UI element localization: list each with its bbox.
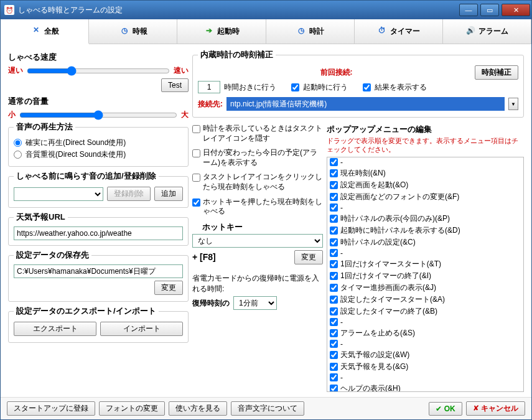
- playback-opt2-label: 音質重視(Direct Sound未使用): [26, 149, 126, 160]
- cancel-button[interactable]: ✘ キャンセル: [466, 401, 525, 416]
- popup-item-check[interactable]: [330, 226, 338, 235]
- tab-時計[interactable]: ◷時計: [266, 19, 355, 44]
- popup-item[interactable]: -: [327, 248, 523, 258]
- popup-item-check[interactable]: [330, 203, 338, 212]
- popup-item[interactable]: 天気予報の設定(&W): [327, 349, 523, 361]
- popup-item[interactable]: -: [327, 373, 523, 383]
- howto-button[interactable]: 使い方を見る: [169, 401, 227, 416]
- opt-show-today-check[interactable]: [192, 149, 200, 157]
- presound-delete-button[interactable]: 登録削除: [107, 187, 151, 201]
- minimize-button[interactable]: —: [459, 4, 478, 16]
- popup-item-check[interactable]: [330, 181, 338, 189]
- popup-item[interactable]: アラームを止める(&S): [327, 327, 523, 339]
- tab-時報[interactable]: ◷時報: [89, 19, 177, 44]
- popup-list[interactable]: -現在時刻(&N)設定画面を起動(&O)設定画面などのフォントの変更(&F)-時…: [327, 157, 524, 392]
- popup-item[interactable]: 1回だけタイマーの終了(&I): [327, 270, 523, 282]
- tab-全般[interactable]: ✕全般: [1, 19, 89, 44]
- hotkey-change-button[interactable]: 変更: [294, 250, 323, 264]
- voice-chars-button[interactable]: 音声文字について: [231, 401, 304, 416]
- ntp-dropdown-icon[interactable]: ▼: [508, 98, 518, 110]
- popup-item-check[interactable]: [330, 272, 338, 280]
- popup-item[interactable]: 設定したタイマーの終了(&B): [327, 306, 523, 317]
- playback-opt1-radio[interactable]: [14, 139, 22, 147]
- ntp-value[interactable]: ntp.nict.jp(情報通信研究機構): [226, 97, 505, 111]
- opt-hide-tray-check[interactable]: [192, 125, 200, 133]
- hotkey-select[interactable]: なし: [192, 234, 323, 248]
- ok-button[interactable]: ✔ OK: [429, 402, 462, 416]
- popup-item[interactable]: 現在時刻(&N): [327, 167, 523, 179]
- speed-slider[interactable]: [27, 66, 170, 76]
- window-title: しゃべる時報とアラームの設定: [18, 5, 458, 16]
- test-button[interactable]: Test: [161, 78, 189, 92]
- savepath-input[interactable]: [14, 264, 183, 278]
- popup-item[interactable]: 設定画面などのフォントの変更(&F): [327, 191, 523, 203]
- volume-slider[interactable]: [19, 110, 177, 120]
- savepath-change-button[interactable]: 変更: [154, 281, 183, 295]
- showresult-check[interactable]: [363, 83, 371, 91]
- tab-アラーム[interactable]: 🔊アラーム: [443, 19, 531, 44]
- popup-item[interactable]: 時計パネルの表示(今回のみ)(&P): [327, 213, 523, 225]
- recov-select[interactable]: 1分前: [233, 296, 277, 310]
- popup-item[interactable]: ヘルプの表示(&H): [327, 383, 523, 392]
- popup-item[interactable]: タイマー進捗画面の表示(&J): [327, 282, 523, 294]
- opt-hotkey-label: ホットキーを押したら現在時刻をしゃべる: [203, 197, 323, 217]
- popup-item-check[interactable]: [330, 385, 338, 392]
- playback-opt2-radio[interactable]: [14, 151, 22, 159]
- popup-item-check[interactable]: [330, 193, 338, 201]
- popup-item-label: 設定画面などのフォントの変更(&F): [340, 192, 459, 202]
- popup-item-check[interactable]: [330, 340, 338, 348]
- popup-item[interactable]: -: [327, 157, 523, 167]
- interval-input[interactable]: [198, 81, 220, 93]
- popup-item[interactable]: 設定したタイマースタート(&A): [327, 294, 523, 306]
- volume-label: 通常の音量: [8, 96, 189, 107]
- popup-item-check[interactable]: [330, 373, 338, 381]
- font-change-button[interactable]: フォントの変更: [99, 401, 165, 416]
- popup-item[interactable]: 1回だけタイマースタート(&T): [327, 258, 523, 270]
- popup-item-check[interactable]: [330, 215, 338, 223]
- export-button[interactable]: エクスポート: [14, 322, 96, 336]
- popup-item[interactable]: -: [327, 317, 523, 327]
- popup-item-check[interactable]: [330, 238, 338, 246]
- popup-item[interactable]: 時計パネルの設定(&C): [327, 236, 523, 248]
- popup-item-check[interactable]: [330, 249, 338, 257]
- startup-register-button[interactable]: スタートアップに登録: [7, 401, 95, 416]
- opt-tray-click-label: タスクトレイアイコンをクリックしたら現在時刻をしゃべる: [203, 172, 323, 192]
- opt-hotkey-check[interactable]: [192, 198, 200, 207]
- recov-label: 復帰時刻の: [192, 298, 230, 309]
- popup-item[interactable]: 天気予報を見る(&G): [327, 361, 523, 373]
- close-button[interactable]: ✕: [502, 4, 530, 16]
- popup-item-label: -: [340, 203, 343, 212]
- popup-item-label: 1回だけタイマーの終了(&I): [340, 271, 431, 281]
- popup-item-check[interactable]: [330, 363, 338, 371]
- onstart-check[interactable]: [291, 83, 299, 91]
- popup-item-check[interactable]: [330, 284, 338, 292]
- popup-item-check[interactable]: [330, 329, 338, 337]
- maximize-button[interactable]: ▭: [480, 4, 499, 16]
- weather-url-input[interactable]: [14, 226, 183, 240]
- presound-select[interactable]: [14, 187, 103, 201]
- opt-hide-tray-label: 時計を表示しているときはタスクトレイアイコンを隠す: [203, 124, 323, 143]
- tab-起動時[interactable]: ➔起動時: [177, 19, 266, 44]
- tab-label: 全般: [44, 26, 59, 37]
- popup-item-check[interactable]: [330, 318, 338, 326]
- popup-item-label: タイマー進捗画面の表示(&J): [340, 282, 436, 293]
- presound-add-button[interactable]: 追加: [154, 187, 183, 201]
- opt-tray-click-check[interactable]: [192, 174, 200, 182]
- popup-item[interactable]: 起動時に時計パネルを表示する(&D): [327, 225, 523, 236]
- popup-item[interactable]: -: [327, 339, 523, 349]
- volume-large: 大: [181, 110, 189, 120]
- import-button[interactable]: インポート: [100, 322, 183, 336]
- popup-item-check[interactable]: [330, 296, 338, 304]
- popup-item-check[interactable]: [330, 158, 338, 166]
- tab-タイマー[interactable]: ⏱タイマー: [355, 19, 443, 44]
- popup-item-check[interactable]: [330, 351, 338, 359]
- popup-item-label: -: [340, 249, 343, 258]
- time-correct-button[interactable]: 時刻補正: [475, 65, 518, 80]
- app-icon: ⏰: [4, 5, 14, 15]
- tabs: ✕全般◷時報➔起動時◷時計⏱タイマー🔊アラーム: [1, 19, 531, 44]
- popup-item-check[interactable]: [330, 169, 338, 177]
- popup-item-check[interactable]: [330, 307, 338, 315]
- popup-item[interactable]: 設定画面を起動(&O): [327, 179, 523, 191]
- popup-item[interactable]: -: [327, 203, 523, 213]
- popup-item-check[interactable]: [330, 260, 338, 268]
